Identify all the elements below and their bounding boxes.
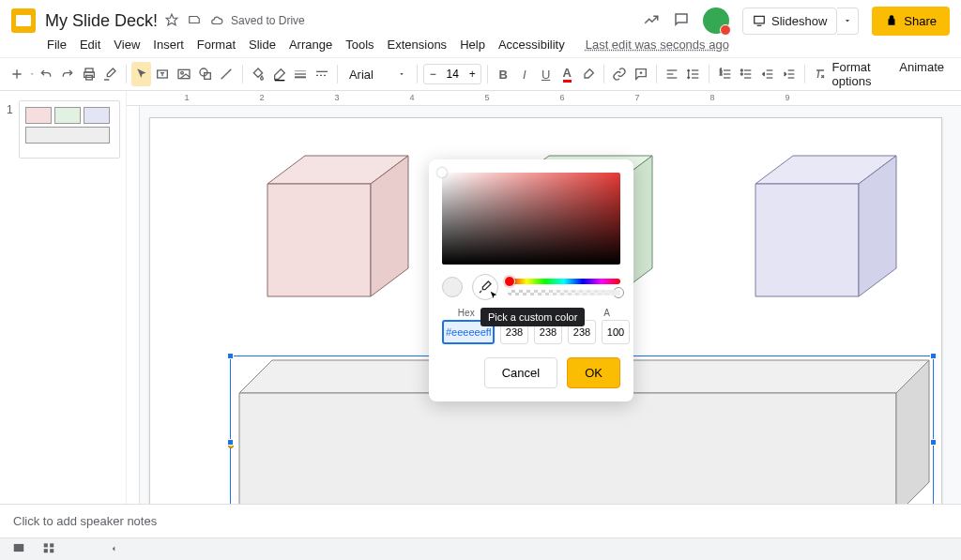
grid-view-icon[interactable]	[41, 541, 56, 557]
collapse-panel-icon[interactable]	[109, 542, 118, 556]
clear-formatting-button[interactable]	[811, 62, 831, 86]
doc-title-icons: Saved to Drive	[165, 13, 305, 29]
fill-color-button[interactable]	[249, 62, 268, 86]
image-tool[interactable]	[175, 62, 194, 86]
line-tool[interactable]	[217, 62, 236, 86]
paint-format-button[interactable]	[100, 62, 120, 86]
star-icon[interactable]	[165, 13, 178, 29]
border-weight-button[interactable]	[291, 62, 311, 86]
format-options-button[interactable]: Format options	[831, 60, 884, 88]
speaker-notes-placeholder: Click to add speaker notes	[13, 514, 157, 528]
hue-thumb[interactable]	[504, 276, 515, 287]
font-select[interactable]: Arial	[343, 68, 411, 82]
slideshow-button[interactable]: Slideshow	[742, 8, 837, 35]
meet-avatar[interactable]	[703, 8, 729, 34]
eyedropper-button[interactable]: Pick a custom color	[472, 274, 498, 300]
cube-pink[interactable]	[239, 146, 446, 315]
vertical-ruler	[127, 106, 140, 538]
insert-link-button[interactable]	[610, 62, 630, 86]
new-slide-button[interactable]	[8, 62, 27, 86]
svg-text:2: 2	[720, 71, 723, 76]
menu-format[interactable]: Format	[197, 38, 236, 52]
comment-icon[interactable]	[673, 11, 690, 31]
move-icon[interactable]	[188, 13, 201, 29]
color-preview-swatch	[442, 277, 463, 297]
numbered-list-button[interactable]: 12	[715, 62, 735, 86]
cancel-button[interactable]: Cancel	[484, 357, 557, 388]
text-color-button[interactable]: A	[557, 62, 577, 86]
svg-marker-45	[267, 184, 371, 296]
ok-button[interactable]: OK	[567, 357, 620, 388]
menu-file[interactable]: File	[47, 38, 67, 52]
svg-line-13	[221, 69, 232, 80]
last-edit-link[interactable]: Last edit was seconds ago	[586, 38, 729, 52]
cloud-saved-icon[interactable]: Saved to Drive	[210, 13, 305, 29]
slide-number: 1	[7, 103, 13, 116]
svg-rect-59	[44, 549, 48, 552]
bullet-list-button[interactable]	[737, 62, 756, 86]
animate-button[interactable]: Animate	[899, 60, 944, 88]
toolbar: Arial − + B I U A 12 Format options Anim…	[0, 57, 961, 91]
menu-insert[interactable]: Insert	[153, 38, 184, 52]
svg-point-37	[741, 73, 743, 75]
highlight-button[interactable]	[579, 62, 599, 86]
svg-rect-60	[50, 549, 53, 552]
slideshow-dropdown[interactable]	[837, 8, 859, 35]
underline-button[interactable]: U	[536, 62, 556, 86]
border-dash-button[interactable]	[312, 62, 331, 86]
svg-rect-56	[14, 544, 24, 552]
svg-marker-0	[166, 14, 177, 25]
app-header: My Slide Deck! Saved to Drive Slideshow …	[0, 0, 961, 36]
undo-button[interactable]	[37, 62, 56, 86]
alpha-thumb[interactable]	[613, 287, 624, 298]
italic-button[interactable]: I	[515, 62, 535, 86]
print-button[interactable]	[79, 62, 99, 86]
font-size-decrease[interactable]: −	[424, 68, 441, 81]
textbox-tool[interactable]	[153, 62, 173, 86]
cube-purple[interactable]	[727, 146, 934, 315]
border-color-button[interactable]	[269, 62, 289, 86]
menu-tools[interactable]: Tools	[345, 38, 374, 52]
alpha-slider[interactable]	[508, 290, 620, 295]
select-tool[interactable]	[131, 62, 151, 86]
font-size-increase[interactable]: +	[464, 68, 480, 81]
shape-tool[interactable]	[195, 62, 215, 86]
menu-accessibility[interactable]: Accessibility	[498, 38, 565, 52]
label-a: A	[593, 308, 620, 318]
slide-thumbnail[interactable]: 1	[19, 100, 120, 159]
hue-slider[interactable]	[508, 279, 620, 284]
filmstrip-view-icon[interactable]	[11, 541, 26, 557]
menu-extensions[interactable]: Extensions	[388, 38, 448, 52]
increase-indent-button[interactable]	[779, 62, 799, 86]
align-button[interactable]	[663, 62, 682, 86]
svg-rect-9	[178, 69, 190, 78]
svg-rect-1	[755, 16, 765, 23]
bold-button[interactable]: B	[494, 62, 513, 86]
svg-point-36	[741, 69, 743, 71]
share-button[interactable]: Share	[872, 7, 950, 36]
bottom-bar	[0, 537, 961, 560]
saturation-value-area[interactable]	[442, 173, 620, 265]
line-spacing-button[interactable]	[684, 62, 704, 86]
sv-thumb[interactable]	[437, 168, 447, 177]
menu-view[interactable]: View	[114, 38, 140, 52]
menu-bar: File Edit View Insert Format Slide Arran…	[0, 36, 961, 57]
insert-comment-button[interactable]	[632, 62, 651, 86]
menu-help[interactable]: Help	[460, 38, 485, 52]
decrease-indent-button[interactable]	[758, 62, 778, 86]
menu-slide[interactable]: Slide	[249, 38, 276, 52]
font-size-control[interactable]: − +	[423, 64, 481, 84]
svg-point-10	[181, 71, 184, 74]
svg-rect-57	[44, 543, 48, 547]
slide-panel: 1	[0, 91, 127, 538]
redo-button[interactable]	[58, 62, 78, 86]
eyedropper-tooltip: Pick a custom color	[480, 308, 585, 326]
trend-icon[interactable]	[643, 11, 660, 31]
a-input[interactable]	[602, 320, 630, 344]
speaker-notes[interactable]: Click to add speaker notes	[0, 504, 961, 537]
menu-edit[interactable]: Edit	[80, 38, 100, 52]
doc-title[interactable]: My Slide Deck!	[45, 11, 158, 31]
slides-logo[interactable]	[11, 8, 36, 33]
menu-arrange[interactable]: Arrange	[289, 38, 332, 52]
font-size-input[interactable]	[441, 68, 464, 81]
